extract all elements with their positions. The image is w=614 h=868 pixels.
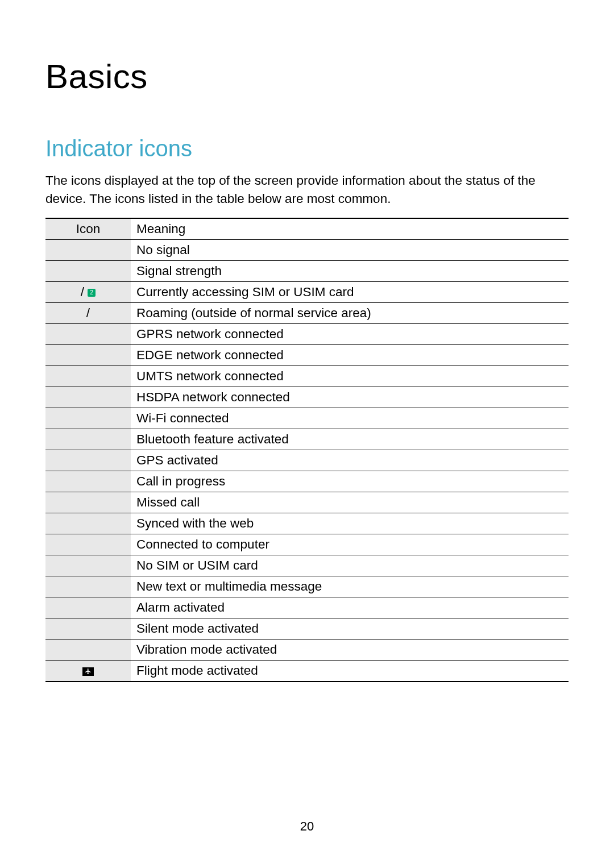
page-title: Basics: [45, 57, 569, 96]
table-row: Wi-Fi connected: [45, 408, 569, 429]
icon-cell: / 2: [45, 282, 131, 303]
meaning-cell: Wi-Fi connected: [131, 408, 569, 429]
table-row: EDGE network connected: [45, 345, 569, 366]
icon-cell: [45, 555, 131, 576]
table-row: Connected to computer: [45, 534, 569, 555]
table-row: Missed call: [45, 492, 569, 513]
table-row: Bluetooth feature activated: [45, 429, 569, 450]
table-header-row: IconMeaning: [45, 218, 569, 240]
meaning-cell: Roaming (outside of normal service area): [131, 303, 569, 324]
table-row: Alarm activated: [45, 597, 569, 618]
icon-cell: [45, 513, 131, 534]
document-page: Basics Indicator icons The icons display…: [0, 0, 614, 868]
icon-cell: [45, 345, 131, 366]
meaning-cell: UMTS network connected: [131, 366, 569, 387]
table-row: Synced with the web: [45, 513, 569, 534]
page-number: 20: [0, 819, 614, 834]
table-row: Call in progress: [45, 471, 569, 492]
table-row: UMTS network connected: [45, 366, 569, 387]
meaning-cell: EDGE network connected: [131, 345, 569, 366]
icon-cell: [45, 408, 131, 429]
icon-cell: [45, 387, 131, 408]
intro-paragraph: The icons displayed at the top of the sc…: [45, 172, 569, 207]
meaning-cell: Signal strength: [131, 261, 569, 282]
table-row: Signal strength: [45, 261, 569, 282]
table-row: / 2Currently accessing SIM or USIM card: [45, 282, 569, 303]
meaning-cell: Connected to computer: [131, 534, 569, 555]
icon-cell: [45, 366, 131, 387]
meaning-cell: GPRS network connected: [131, 324, 569, 345]
meaning-cell: Silent mode activated: [131, 618, 569, 639]
table-row: No SIM or USIM card: [45, 555, 569, 576]
icon-cell: [45, 450, 131, 471]
sim-slash: /: [81, 285, 88, 299]
airplane-icon: [82, 667, 94, 676]
meaning-cell: Flight mode activated: [131, 661, 569, 682]
meaning-cell: Synced with the web: [131, 513, 569, 534]
icon-cell: [45, 597, 131, 618]
icon-cell: [45, 492, 131, 513]
meaning-cell: Call in progress: [131, 471, 569, 492]
icon-cell: [45, 576, 131, 597]
table-row: /Roaming (outside of normal service area…: [45, 303, 569, 324]
icon-cell: [45, 240, 131, 261]
meaning-cell: GPS activated: [131, 450, 569, 471]
meaning-cell: Bluetooth feature activated: [131, 429, 569, 450]
icon-cell: [45, 324, 131, 345]
table-header-icon: Icon: [45, 218, 131, 240]
icon-cell: [45, 261, 131, 282]
section-heading: Indicator icons: [45, 136, 569, 161]
sim-badge-icon: 2: [88, 289, 96, 297]
table-row: GPRS network connected: [45, 324, 569, 345]
table-row: No signal: [45, 240, 569, 261]
meaning-cell: Vibration mode activated: [131, 639, 569, 661]
meaning-cell: Currently accessing SIM or USIM card: [131, 282, 569, 303]
indicator-icons-table: IconMeaningNo signalSignal strength/ 2Cu…: [45, 218, 569, 682]
table-row: Vibration mode activated: [45, 639, 569, 661]
meaning-cell: Alarm activated: [131, 597, 569, 618]
icon-cell: [45, 639, 131, 661]
table-row: Flight mode activated: [45, 661, 569, 682]
icon-cell: [45, 661, 131, 682]
icon-cell: /: [45, 303, 131, 324]
table-row: GPS activated: [45, 450, 569, 471]
meaning-cell: HSDPA network connected: [131, 387, 569, 408]
table-header-meaning: Meaning: [131, 218, 569, 240]
meaning-cell: New text or multimedia message: [131, 576, 569, 597]
icon-cell: [45, 534, 131, 555]
table-row: HSDPA network connected: [45, 387, 569, 408]
icon-cell: [45, 618, 131, 639]
table-row: Silent mode activated: [45, 618, 569, 639]
meaning-cell: No signal: [131, 240, 569, 261]
meaning-cell: Missed call: [131, 492, 569, 513]
table-row: New text or multimedia message: [45, 576, 569, 597]
icon-cell: [45, 429, 131, 450]
icon-cell: [45, 471, 131, 492]
meaning-cell: No SIM or USIM card: [131, 555, 569, 576]
